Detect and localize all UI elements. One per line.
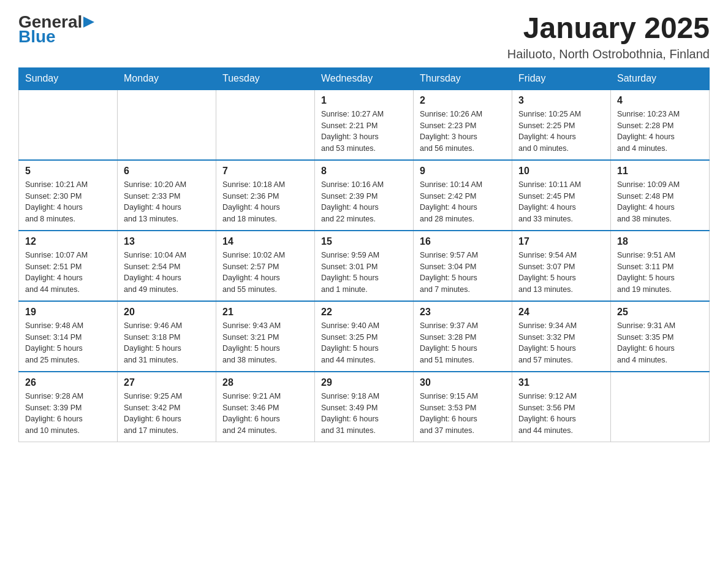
- calendar-cell: 3Sunrise: 10:25 AM Sunset: 2:25 PM Dayli…: [512, 90, 611, 160]
- day-number: 20: [124, 307, 210, 318]
- calendar-week-row: 26Sunrise: 9:28 AM Sunset: 3:39 PM Dayli…: [19, 372, 710, 442]
- day-info: Sunrise: 9:34 AM Sunset: 3:32 PM Dayligh…: [518, 320, 604, 366]
- day-info: Sunrise: 10:23 AM Sunset: 2:28 PM Daylig…: [617, 109, 703, 155]
- day-number: 15: [321, 236, 407, 247]
- calendar-cell: 2Sunrise: 10:26 AM Sunset: 2:23 PM Dayli…: [414, 90, 512, 160]
- calendar-week-row: 12Sunrise: 10:07 AM Sunset: 2:51 PM Dayl…: [19, 231, 710, 301]
- day-info: Sunrise: 10:02 AM Sunset: 2:57 PM Daylig…: [222, 250, 308, 296]
- calendar-cell: 29Sunrise: 9:18 AM Sunset: 3:49 PM Dayli…: [315, 372, 414, 442]
- day-number: 24: [518, 307, 604, 318]
- calendar-subtitle: Hailuoto, North Ostrobothnia, Finland: [507, 47, 710, 61]
- calendar-cell: 10Sunrise: 10:11 AM Sunset: 2:45 PM Dayl…: [512, 160, 611, 231]
- calendar-cell: 26Sunrise: 9:28 AM Sunset: 3:39 PM Dayli…: [19, 372, 118, 442]
- calendar-cell: 13Sunrise: 10:04 AM Sunset: 2:54 PM Dayl…: [118, 231, 216, 301]
- day-info: Sunrise: 9:12 AM Sunset: 3:56 PM Dayligh…: [518, 391, 604, 437]
- page-header: General Blue January 2025 Hailuoto, Nort…: [18, 12, 710, 61]
- day-number: 12: [25, 236, 111, 247]
- day-number: 17: [518, 236, 604, 247]
- calendar-header-row: SundayMondayTuesdayWednesdayThursdayFrid…: [19, 67, 710, 90]
- day-info: Sunrise: 9:25 AM Sunset: 3:42 PM Dayligh…: [124, 391, 210, 437]
- day-info: Sunrise: 9:40 AM Sunset: 3:25 PM Dayligh…: [321, 320, 407, 366]
- day-number: 31: [518, 377, 604, 388]
- calendar-header-wednesday: Wednesday: [315, 67, 414, 90]
- calendar-cell: 16Sunrise: 9:57 AM Sunset: 3:04 PM Dayli…: [414, 231, 512, 301]
- calendar-cell: 18Sunrise: 9:51 AM Sunset: 3:11 PM Dayli…: [611, 231, 710, 301]
- day-info: Sunrise: 9:37 AM Sunset: 3:28 PM Dayligh…: [420, 320, 506, 366]
- day-number: 4: [617, 95, 703, 106]
- day-info: Sunrise: 9:51 AM Sunset: 3:11 PM Dayligh…: [617, 250, 703, 296]
- calendar-table: SundayMondayTuesdayWednesdayThursdayFrid…: [18, 67, 710, 442]
- calendar-cell: 5Sunrise: 10:21 AM Sunset: 2:30 PM Dayli…: [19, 160, 118, 231]
- day-number: 1: [321, 95, 407, 106]
- calendar-cell: 23Sunrise: 9:37 AM Sunset: 3:28 PM Dayli…: [414, 301, 512, 372]
- day-info: Sunrise: 9:59 AM Sunset: 3:01 PM Dayligh…: [321, 250, 407, 296]
- day-number: 3: [518, 95, 604, 106]
- day-info: Sunrise: 10:16 AM Sunset: 2:39 PM Daylig…: [321, 179, 407, 225]
- calendar-cell: 14Sunrise: 10:02 AM Sunset: 2:57 PM Dayl…: [216, 231, 315, 301]
- calendar-cell: 15Sunrise: 9:59 AM Sunset: 3:01 PM Dayli…: [315, 231, 414, 301]
- day-number: 16: [420, 236, 506, 247]
- calendar-cell: [611, 372, 710, 442]
- day-info: Sunrise: 9:15 AM Sunset: 3:53 PM Dayligh…: [420, 391, 506, 437]
- day-number: 2: [420, 95, 506, 106]
- day-info: Sunrise: 10:07 AM Sunset: 2:51 PM Daylig…: [25, 250, 111, 296]
- calendar-cell: 20Sunrise: 9:46 AM Sunset: 3:18 PM Dayli…: [118, 301, 216, 372]
- day-number: 14: [222, 236, 308, 247]
- day-info: Sunrise: 9:43 AM Sunset: 3:21 PM Dayligh…: [222, 320, 308, 366]
- calendar-cell: 8Sunrise: 10:16 AM Sunset: 2:39 PM Dayli…: [315, 160, 414, 231]
- calendar-header-saturday: Saturday: [611, 67, 710, 90]
- calendar-cell: 9Sunrise: 10:14 AM Sunset: 2:42 PM Dayli…: [414, 160, 512, 231]
- logo: General Blue: [18, 12, 94, 47]
- day-number: 6: [124, 166, 210, 177]
- day-number: 23: [420, 307, 506, 318]
- calendar-cell: 1Sunrise: 10:27 AM Sunset: 2:21 PM Dayli…: [315, 90, 414, 160]
- day-number: 5: [25, 166, 111, 177]
- day-info: Sunrise: 10:20 AM Sunset: 2:33 PM Daylig…: [124, 179, 210, 225]
- day-info: Sunrise: 9:21 AM Sunset: 3:46 PM Dayligh…: [222, 391, 308, 437]
- calendar-cell: 12Sunrise: 10:07 AM Sunset: 2:51 PM Dayl…: [19, 231, 118, 301]
- day-number: 10: [518, 166, 604, 177]
- calendar-cell: 4Sunrise: 10:23 AM Sunset: 2:28 PM Dayli…: [611, 90, 710, 160]
- calendar-cell: 30Sunrise: 9:15 AM Sunset: 3:53 PM Dayli…: [414, 372, 512, 442]
- title-area: January 2025 Hailuoto, North Ostrobothni…: [507, 12, 710, 61]
- day-number: 8: [321, 166, 407, 177]
- calendar-cell: 11Sunrise: 10:09 AM Sunset: 2:48 PM Dayl…: [611, 160, 710, 231]
- calendar-cell: 27Sunrise: 9:25 AM Sunset: 3:42 PM Dayli…: [118, 372, 216, 442]
- calendar-header-friday: Friday: [512, 67, 611, 90]
- day-info: Sunrise: 10:26 AM Sunset: 2:23 PM Daylig…: [420, 109, 506, 155]
- day-info: Sunrise: 10:21 AM Sunset: 2:30 PM Daylig…: [25, 179, 111, 225]
- day-number: 13: [124, 236, 210, 247]
- day-info: Sunrise: 10:27 AM Sunset: 2:21 PM Daylig…: [321, 109, 407, 155]
- day-info: Sunrise: 9:48 AM Sunset: 3:14 PM Dayligh…: [25, 320, 111, 366]
- day-info: Sunrise: 9:46 AM Sunset: 3:18 PM Dayligh…: [124, 320, 210, 366]
- calendar-header-sunday: Sunday: [19, 67, 118, 90]
- calendar-header-tuesday: Tuesday: [216, 67, 315, 90]
- calendar-header-thursday: Thursday: [414, 67, 512, 90]
- day-info: Sunrise: 9:54 AM Sunset: 3:07 PM Dayligh…: [518, 250, 604, 296]
- calendar-cell: [19, 90, 118, 160]
- logo-arrow-icon: [83, 17, 94, 28]
- day-info: Sunrise: 9:57 AM Sunset: 3:04 PM Dayligh…: [420, 250, 506, 296]
- calendar-cell: 28Sunrise: 9:21 AM Sunset: 3:46 PM Dayli…: [216, 372, 315, 442]
- day-number: 30: [420, 377, 506, 388]
- day-number: 21: [222, 307, 308, 318]
- calendar-cell: 21Sunrise: 9:43 AM Sunset: 3:21 PM Dayli…: [216, 301, 315, 372]
- calendar-cell: [216, 90, 315, 160]
- day-info: Sunrise: 10:18 AM Sunset: 2:36 PM Daylig…: [222, 179, 308, 225]
- calendar-cell: 24Sunrise: 9:34 AM Sunset: 3:32 PM Dayli…: [512, 301, 611, 372]
- svg-marker-0: [83, 17, 94, 28]
- day-number: 22: [321, 307, 407, 318]
- calendar-header-monday: Monday: [118, 67, 216, 90]
- day-number: 26: [25, 377, 111, 388]
- calendar-cell: [118, 90, 216, 160]
- logo-blue: Blue: [18, 27, 56, 47]
- calendar-cell: 19Sunrise: 9:48 AM Sunset: 3:14 PM Dayli…: [19, 301, 118, 372]
- day-info: Sunrise: 9:31 AM Sunset: 3:35 PM Dayligh…: [617, 320, 703, 366]
- calendar-week-row: 1Sunrise: 10:27 AM Sunset: 2:21 PM Dayli…: [19, 90, 710, 160]
- day-number: 18: [617, 236, 703, 247]
- day-number: 9: [420, 166, 506, 177]
- day-info: Sunrise: 10:14 AM Sunset: 2:42 PM Daylig…: [420, 179, 506, 225]
- calendar-title: January 2025: [507, 12, 710, 45]
- calendar-cell: 6Sunrise: 10:20 AM Sunset: 2:33 PM Dayli…: [118, 160, 216, 231]
- day-number: 25: [617, 307, 703, 318]
